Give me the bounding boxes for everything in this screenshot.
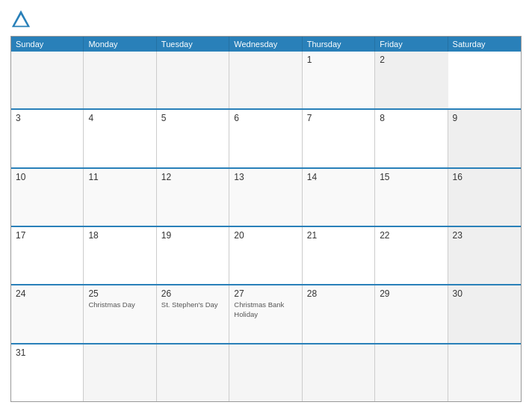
calendar: SundayMondayTuesdayWednesdayThursdayFrid… — [10, 36, 522, 402]
header — [10, 9, 522, 30]
day-cell: 10 — [11, 169, 84, 226]
day-cell: 15 — [375, 169, 448, 226]
day-cell: 19 — [157, 227, 229, 284]
day-number: 10 — [16, 172, 78, 182]
day-cell: 30 — [448, 285, 521, 342]
week-row-2: 3456789 — [11, 108, 521, 167]
day-header-tuesday: Tuesday — [157, 37, 229, 52]
day-number: 12 — [161, 172, 224, 182]
day-number: 18 — [88, 230, 151, 241]
day-cell: 18 — [84, 227, 156, 284]
day-number: 6 — [234, 113, 297, 123]
day-cell: 28 — [303, 285, 375, 342]
week-row-6: 31 — [11, 343, 521, 401]
day-cell — [229, 344, 302, 401]
day-number: 8 — [380, 113, 442, 123]
day-cell: 21 — [303, 227, 375, 284]
day-header-monday: Monday — [84, 37, 156, 52]
day-cell: 11 — [84, 169, 156, 226]
day-number: 1 — [307, 55, 370, 65]
day-number: 15 — [380, 172, 442, 182]
day-cell: 4 — [84, 110, 156, 167]
event-label: Christmas Day — [88, 300, 151, 309]
day-cell — [448, 344, 521, 401]
day-number: 17 — [16, 230, 78, 241]
day-header-wednesday: Wednesday — [229, 37, 302, 52]
day-number: 31 — [16, 347, 78, 358]
day-header-saturday: Saturday — [448, 37, 521, 52]
day-cell: 1 — [303, 52, 375, 108]
day-cell: 29 — [375, 285, 448, 342]
day-number: 11 — [88, 172, 151, 182]
day-number: 26 — [161, 288, 224, 299]
day-cell: 3 — [11, 110, 84, 167]
day-cell — [375, 344, 448, 401]
day-cell: 6 — [229, 110, 302, 167]
day-cell — [11, 52, 84, 108]
logo — [10, 9, 33, 30]
day-cell: 13 — [229, 169, 302, 226]
day-header-friday: Friday — [375, 37, 448, 52]
day-cell: 31 — [11, 344, 84, 401]
event-label: Christmas Bank Holiday — [234, 300, 297, 319]
day-header-sunday: Sunday — [11, 37, 84, 52]
day-number: 21 — [307, 230, 370, 241]
day-number: 24 — [16, 288, 78, 299]
day-cell — [229, 52, 302, 108]
day-cell: 23 — [448, 227, 521, 284]
day-cell — [84, 52, 156, 108]
day-number: 3 — [16, 113, 78, 123]
days-header: SundayMondayTuesdayWednesdayThursdayFrid… — [11, 37, 521, 52]
day-cell: 22 — [375, 227, 448, 284]
day-number: 29 — [380, 288, 442, 299]
day-number: 5 — [161, 113, 224, 123]
day-number: 2 — [380, 55, 443, 65]
day-number: 13 — [234, 172, 297, 182]
day-cell: 20 — [229, 227, 302, 284]
day-header-thursday: Thursday — [303, 37, 375, 52]
day-cell: 26St. Stephen's Day — [157, 285, 229, 342]
day-cell: 25Christmas Day — [84, 285, 156, 342]
day-cell: 5 — [157, 110, 229, 167]
logo-icon — [10, 9, 31, 30]
calendar-grid: 1234567891011121314151617181920212223242… — [11, 52, 521, 401]
day-cell: 14 — [303, 169, 375, 226]
day-number: 23 — [453, 230, 516, 241]
day-cell: 9 — [448, 110, 521, 167]
week-row-5: 2425Christmas Day26St. Stephen's Day27Ch… — [11, 284, 521, 342]
week-row-3: 10111213141516 — [11, 167, 521, 226]
day-cell — [157, 52, 229, 108]
day-cell — [157, 344, 229, 401]
day-cell: 24 — [11, 285, 84, 342]
day-number: 22 — [380, 230, 442, 241]
day-cell: 12 — [157, 169, 229, 226]
day-number: 14 — [307, 172, 370, 182]
day-number: 4 — [88, 113, 151, 123]
day-number: 16 — [453, 172, 516, 182]
week-row-1: 12 — [11, 52, 521, 108]
day-number: 27 — [234, 288, 297, 299]
week-row-4: 17181920212223 — [11, 226, 521, 284]
day-number: 30 — [453, 288, 516, 299]
page: SundayMondayTuesdayWednesdayThursdayFrid… — [0, 0, 532, 411]
day-number: 7 — [307, 113, 370, 123]
day-number: 20 — [234, 230, 297, 241]
day-number: 28 — [307, 288, 370, 299]
day-cell: 8 — [375, 110, 448, 167]
day-number: 9 — [453, 113, 516, 123]
day-number: 19 — [161, 230, 224, 241]
day-cell: 7 — [303, 110, 375, 167]
day-cell — [84, 344, 156, 401]
day-cell: 16 — [448, 169, 521, 226]
event-label: St. Stephen's Day — [161, 300, 224, 309]
day-cell: 17 — [11, 227, 84, 284]
day-number: 25 — [88, 288, 151, 299]
day-cell: 27Christmas Bank Holiday — [229, 285, 302, 342]
day-cell — [303, 344, 375, 401]
day-cell: 2 — [375, 52, 448, 108]
